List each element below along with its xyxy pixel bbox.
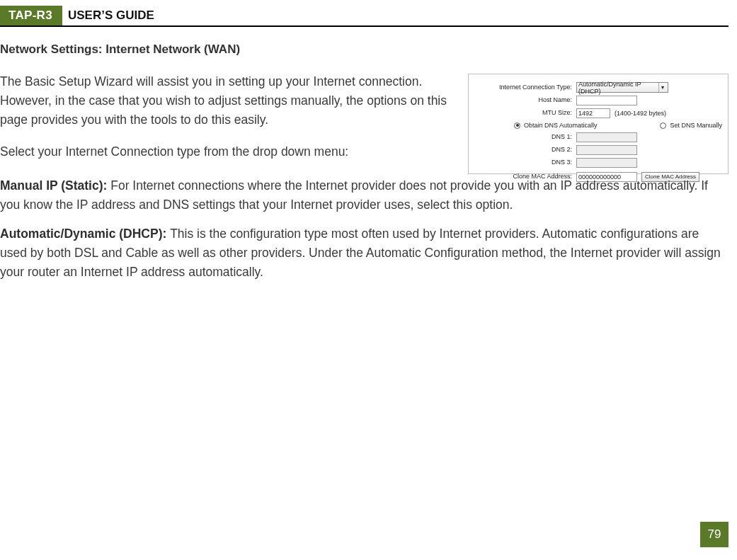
document-header: TAP-R3 USER’S GUIDE [0, 6, 729, 27]
dns2-input[interactable] [576, 145, 637, 155]
dns-manual-label: Set DNS Manually [670, 122, 722, 129]
intro-text: The Basic Setup Wizard will assist you i… [0, 72, 455, 175]
dns-auto-label: Obtain DNS Automatically [524, 122, 598, 129]
page-number: 79 [700, 522, 729, 547]
manual-ip-label: Manual IP (Static): [0, 178, 110, 193]
dhcp-label: Automatic/Dynamic (DHCP): [0, 227, 170, 241]
dns3-input[interactable] [576, 158, 637, 168]
settings-screenshot: Internet Connection Type: Automatic/Dyna… [468, 74, 729, 174]
dns-auto-radio[interactable] [514, 122, 520, 129]
dns2-label: DNS 2: [472, 147, 576, 153]
dns1-input[interactable] [576, 132, 637, 142]
conn-type-select[interactable]: Automatic/Dynamic IP (DHCP) ▾ [576, 82, 668, 93]
dns3-label: DNS 3: [472, 159, 576, 166]
intro-paragraph-1: The Basic Setup Wizard will assist you i… [0, 72, 455, 130]
host-name-input[interactable] [576, 96, 637, 105]
dhcp-paragraph: Automatic/Dynamic (DHCP): This is the co… [0, 224, 729, 282]
intro-paragraph-2: Select your Internet Connection type fro… [0, 142, 455, 161]
section-title: Network Settings: Internet Network (WAN) [0, 42, 729, 57]
dns1-label: DNS 1: [472, 134, 576, 140]
host-name-label: Host Name: [472, 97, 576, 103]
mtu-hint: (1400-1492 bytes) [615, 110, 666, 117]
product-tab: TAP-R3 [0, 6, 62, 25]
dropdown-arrow-icon: ▾ [658, 83, 666, 92]
conn-type-label: Internet Connection Type: [472, 84, 576, 91]
manual-ip-paragraph: Manual IP (Static): For Internet connect… [0, 176, 729, 215]
mtu-label: MTU Size: [472, 110, 576, 116]
page-content: Network Settings: Internet Network (WAN)… [0, 27, 737, 282]
mtu-input[interactable]: 1492 [576, 108, 610, 118]
dns-manual-radio[interactable] [660, 122, 666, 129]
document-title: USER’S GUIDE [62, 6, 154, 25]
conn-type-value: Automatic/Dynamic IP (DHCP) [578, 81, 658, 95]
